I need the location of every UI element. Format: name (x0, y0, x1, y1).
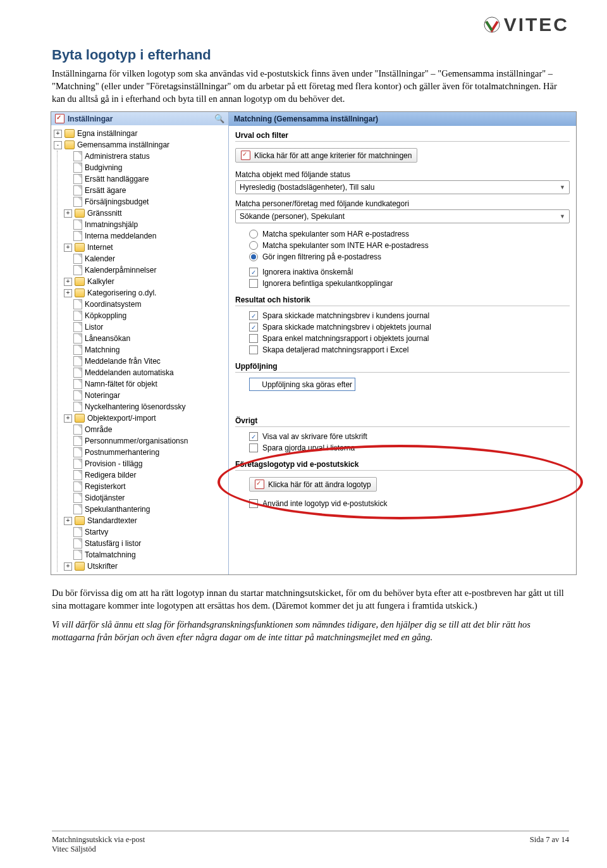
radio-no-filter[interactable]: Gör ingen filtrering på e-postadress (235, 251, 570, 263)
document-icon (73, 527, 82, 537)
main-pane-header: Matchning (Gemensamma inställningar) (229, 112, 576, 126)
chk-save-object-journal[interactable]: Spara skickade matchningsbrev i objektet… (235, 321, 570, 333)
tree-item[interactable]: Låneansökan (61, 333, 228, 344)
tree-expander-icon (64, 506, 71, 513)
chk-save-customer-journal[interactable]: Spara skickade matchningsbrev i kundens … (235, 310, 570, 321)
document-icon (73, 550, 82, 560)
chk-no-logo[interactable]: Använd inte logotyp vid e-postutskick (235, 498, 570, 509)
tree-expander-icon (64, 176, 71, 183)
tree-item[interactable]: Personnummer/organisationsn (61, 435, 228, 447)
tree-item[interactable]: +Kategorisering o.dyl. (61, 287, 228, 299)
search-icon[interactable]: 🔍 (214, 114, 224, 123)
tree-item[interactable]: Ersätt handläggare (61, 173, 228, 185)
section-resultat: Resultat och historik (235, 295, 570, 306)
tree-item-label: Namn-fältet för objekt (85, 378, 157, 390)
tree-expander-icon[interactable]: - (54, 141, 62, 149)
tree-item[interactable]: Listor (61, 321, 228, 333)
tree-item-label: Ersätt handläggare (85, 173, 149, 185)
document-icon (73, 379, 82, 389)
tree-item[interactable]: Köpkoppling (61, 310, 228, 321)
footer-company: Vitec Säljstöd (52, 845, 145, 854)
tree-item[interactable]: -Gemensamma inställningar (51, 139, 228, 151)
chk-save-selection[interactable]: Spara gjorda urval i listorna (235, 442, 570, 454)
tree-expander-icon (64, 267, 71, 274)
tree-item-label: Spekulanthantering (85, 504, 150, 515)
tree-item[interactable]: +Kalkyler (61, 276, 228, 287)
tree-item[interactable]: Meddelanden automatiska (61, 367, 228, 378)
change-logo-button[interactable]: Klicka här för att ändra logotyp (249, 477, 377, 492)
tree-expander-icon[interactable]: + (64, 209, 72, 218)
tree-expander-icon (64, 472, 71, 479)
tree-expander-icon[interactable]: + (64, 562, 72, 571)
chk-followup[interactable]: Uppföljning ska göras efter (235, 376, 570, 392)
tree-item[interactable]: Registerkort (61, 481, 228, 492)
tree-item[interactable]: Redigera bilder (61, 469, 228, 481)
tree-item[interactable]: Inmatningshjälp (61, 219, 228, 230)
tree-item[interactable]: Kalender (61, 253, 228, 264)
tree-item[interactable]: Ersätt ägare (61, 185, 228, 196)
document-icon (73, 265, 82, 275)
tree-item[interactable]: Område (61, 424, 228, 435)
tree-item[interactable]: Matchning (61, 344, 228, 356)
tree-item[interactable]: Koordinatsystem (61, 299, 228, 310)
tree-item[interactable]: +Standardtexter (61, 515, 228, 526)
folder-icon (75, 288, 85, 297)
tree-item-label: Nyckelhantering lösenordssky (85, 401, 185, 412)
chk-ignore-existing[interactable]: Ignorera befintliga spekulantkopplingar (235, 278, 570, 289)
tree-item[interactable]: +Utskrifter (61, 561, 228, 572)
tree-expander-icon[interactable]: + (64, 289, 72, 297)
chk-save-simple-report[interactable]: Spara enkel matchningsrapport i objektet… (235, 333, 570, 344)
tree-item-label: Ersätt ägare (85, 185, 126, 196)
tree-item-label: Försäljningsbudget (85, 196, 149, 208)
tree-expander-icon[interactable]: + (64, 244, 72, 252)
tree-expander-icon[interactable]: + (64, 278, 72, 286)
tree-item[interactable]: +Objektexport/-import (61, 412, 228, 424)
tree-item[interactable]: Startvy (61, 526, 228, 538)
folder-icon (75, 562, 85, 571)
tree-expander-icon (64, 221, 71, 228)
tree-item-label: Objektexport/-import (87, 412, 156, 424)
tree-expander-icon (64, 187, 71, 194)
tree-item-label: Kalkyler (87, 276, 114, 287)
tree-item[interactable]: +Gränssnitt (61, 208, 228, 219)
tree-item[interactable]: Provision - tillägg (61, 458, 228, 469)
tree-item-label: Utskrifter (87, 561, 118, 572)
chk-show-printer[interactable]: Visa val av skrivare före utskrift (235, 431, 570, 442)
tree-item[interactable]: +Internet (61, 242, 228, 253)
tree-item[interactable]: Statusfärg i listor (61, 538, 228, 549)
tree-item[interactable]: Noteringar (61, 390, 228, 401)
tree-item[interactable]: Namn-fältet för objekt (61, 378, 228, 390)
tree-item[interactable]: Meddelande från Vitec (61, 356, 228, 367)
category-dropdown[interactable]: Sökande (personer), Spekulant ▼ (235, 209, 570, 223)
settings-tree[interactable]: +Egna inställningar-Gemensamma inställni… (51, 125, 228, 574)
criteria-button[interactable]: Klicka här för att ange kriterier för ma… (235, 148, 417, 163)
radio-not-has-email[interactable]: Matcha spekulanter som INTE HAR e-postad… (235, 240, 570, 251)
document-icon (73, 368, 82, 378)
tree-item[interactable]: Budgivning (61, 162, 228, 173)
tree-item[interactable]: Spekulanthantering (61, 504, 228, 515)
tree-item-label: Koordinatsystem (85, 299, 141, 310)
chk-save-detailed-excel[interactable]: Skapa detaljerad matchningsrapport i Exc… (235, 344, 570, 356)
tree-item[interactable]: +Egna inställningar (51, 128, 228, 139)
tree-expander-icon (64, 438, 71, 445)
tree-item[interactable]: Totalmatchning (61, 549, 228, 561)
status-value: Hyresledig (bostadslägenheter), Till sal… (240, 183, 374, 192)
tree-expander-icon (64, 461, 71, 468)
tree-item[interactable]: Postnummerhantering (61, 447, 228, 458)
chk-ignore-inactive[interactable]: Ignorera inaktiva önskemål (235, 266, 570, 278)
tree-item[interactable]: Försäljningsbudget (61, 196, 228, 208)
tree-item-label: Låneansökan (85, 333, 130, 344)
tree-expander-icon[interactable]: + (54, 130, 62, 138)
tree-expander-icon[interactable]: + (64, 517, 72, 525)
tree-item[interactable]: Nyckelhantering lösenordssky (61, 401, 228, 412)
tree-item[interactable]: Interna meddelanden (61, 230, 228, 242)
tree-expander-icon[interactable]: + (64, 414, 72, 423)
settings-main-pane: Matchning (Gemensamma inställningar) Urv… (229, 112, 576, 574)
tree-item-label: Totalmatchning (85, 549, 136, 561)
tree-item-label: Redigera bilder (85, 469, 136, 481)
radio-has-email[interactable]: Matcha spekulanter som HAR e-postadress (235, 228, 570, 240)
tree-item[interactable]: Kalenderpåminnelser (61, 264, 228, 276)
tree-item[interactable]: Sidotjänster (61, 492, 228, 504)
status-dropdown[interactable]: Hyresledig (bostadslägenheter), Till sal… (235, 180, 570, 194)
tree-item[interactable]: Administrera status (61, 151, 228, 162)
